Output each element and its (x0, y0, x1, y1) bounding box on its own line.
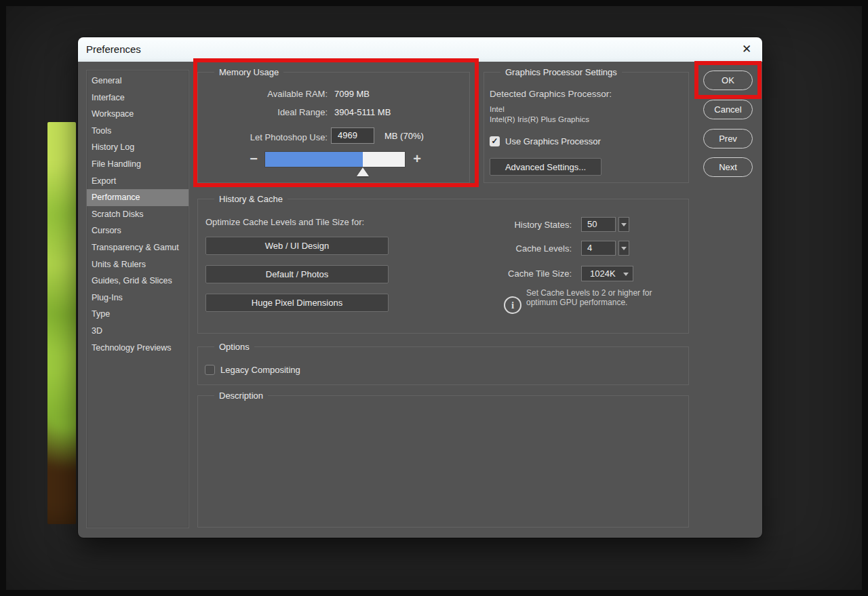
legacy-compositing-label: Legacy Compositing (220, 365, 300, 375)
sidebar-item-units-rulers[interactable]: Units & Rulers (87, 256, 189, 273)
cache-levels-select[interactable]: 4 (581, 241, 616, 256)
sidebar-item-type[interactable]: Type (87, 306, 189, 323)
sidebar-item-workspace[interactable]: Workspace (87, 106, 189, 123)
history-states-label: History States: (436, 218, 572, 232)
memory-slider-fill (265, 152, 363, 167)
available-ram-label: Available RAM: (197, 89, 328, 99)
prev-button[interactable]: Prev (703, 129, 753, 148)
desktop-background: Preferences ✕ General Interface Workspac… (0, 0, 868, 596)
sidebar-item-scratch-disks[interactable]: Scratch Disks (87, 206, 189, 223)
cache-info-text: Set Cache Levels to 2 or higher for opti… (526, 288, 652, 307)
optimize-cache-label: Optimize Cache Levels and Tile Size for: (205, 217, 364, 227)
sidebar-item-plug-ins[interactable]: Plug-Ins (87, 290, 189, 306)
dialog-title: Preferences (86, 37, 141, 62)
sidebar-item-general[interactable]: General (87, 73, 189, 90)
chevron-down-icon (621, 223, 627, 226)
cache-levels-chevron[interactable] (618, 241, 629, 256)
chevron-down-icon (621, 247, 627, 250)
gpu-model: Intel(R) Iris(R) Plus Graphics (490, 115, 589, 123)
preferences-dialog: Preferences ✕ General Interface Workspac… (78, 37, 762, 538)
sidebar-item-technology-previews[interactable]: Technology Previews (87, 340, 189, 357)
cancel-button[interactable]: Cancel (703, 100, 753, 119)
chevron-down-icon (623, 273, 629, 276)
memory-amount-input[interactable]: 4969 (331, 127, 374, 144)
sidebar-item-export[interactable]: Export (87, 173, 189, 190)
history-states-select[interactable]: 50 (581, 217, 616, 232)
memory-usage-title: Memory Usage (214, 67, 283, 77)
slider-minus-icon[interactable]: − (245, 147, 262, 170)
sidebar-item-cursors[interactable]: Cursors (87, 222, 189, 239)
sidebar-list: General Interface Workspace Tools Histor… (87, 71, 189, 356)
ideal-range-value: 3904-5111 MB (334, 107, 391, 117)
use-graphics-processor-label: Use Graphics Processor (505, 136, 601, 146)
sidebar-item-tools[interactable]: Tools (87, 123, 189, 140)
let-photoshop-use-label: Let Photoshop Use: (197, 130, 328, 145)
history-cache-title: History & Cache (214, 194, 288, 204)
dialog-titlebar: Preferences ✕ (78, 37, 762, 62)
ok-button[interactable]: OK (703, 71, 753, 90)
preset-huge-pixel-dimensions-button[interactable]: Huge Pixel Dimensions (205, 294, 389, 312)
cache-tile-size-select[interactable]: 1024K (581, 266, 633, 281)
detected-gpu-label: Detected Graphics Processor: (490, 89, 612, 99)
background-photo-blur (47, 122, 76, 524)
close-icon[interactable]: ✕ (736, 39, 757, 60)
description-group: Description (197, 395, 689, 528)
info-icon: i (504, 296, 521, 314)
memory-percent-suffix: MB (70%) (384, 130, 424, 142)
cache-levels-label: Cache Levels: (436, 242, 572, 256)
sidebar-item-interface[interactable]: Interface (87, 90, 189, 106)
description-title: Description (214, 391, 268, 401)
cache-tile-size-value: 1024K (590, 269, 616, 279)
sidebar-item-3d[interactable]: 3D (87, 323, 189, 340)
preferences-sidebar: General Interface Workspace Tools Histor… (86, 70, 189, 528)
use-graphics-processor-checkbox[interactable]: ✓ (490, 136, 500, 146)
cache-info-line2: optimum GPU performance. (526, 298, 652, 307)
memory-slider-track[interactable] (265, 152, 405, 167)
sidebar-item-guides-grid-slices[interactable]: Guides, Grid & Slices (87, 273, 189, 290)
next-button[interactable]: Next (703, 157, 753, 177)
sidebar-item-history-log[interactable]: History Log (87, 139, 189, 156)
available-ram-value: 7099 MB (334, 89, 370, 99)
history-states-chevron[interactable] (618, 217, 629, 232)
sidebar-item-transparency-gamut[interactable]: Transparency & Gamut (87, 239, 189, 256)
ideal-range-label: Ideal Range: (197, 107, 328, 117)
background-photo (47, 122, 76, 524)
memory-slider-thumb[interactable] (357, 167, 369, 176)
cache-tile-size-label: Cache Tile Size: (436, 267, 572, 281)
gpu-vendor: Intel (490, 105, 505, 113)
sidebar-item-performance[interactable]: Performance (87, 189, 189, 206)
advanced-settings-button[interactable]: Advanced Settings... (490, 158, 601, 176)
cache-info-line1: Set Cache Levels to 2 or higher for (526, 288, 652, 298)
preset-default-photos-button[interactable]: Default / Photos (205, 265, 389, 283)
sidebar-item-file-handling[interactable]: File Handling (87, 156, 189, 173)
graphics-settings-title: Graphics Processor Settings (500, 67, 622, 77)
slider-plus-icon[interactable]: + (409, 147, 425, 170)
preset-web-ui-design-button[interactable]: Web / UI Design (205, 237, 389, 255)
options-title: Options (214, 342, 254, 352)
legacy-compositing-checkbox[interactable] (205, 365, 215, 375)
